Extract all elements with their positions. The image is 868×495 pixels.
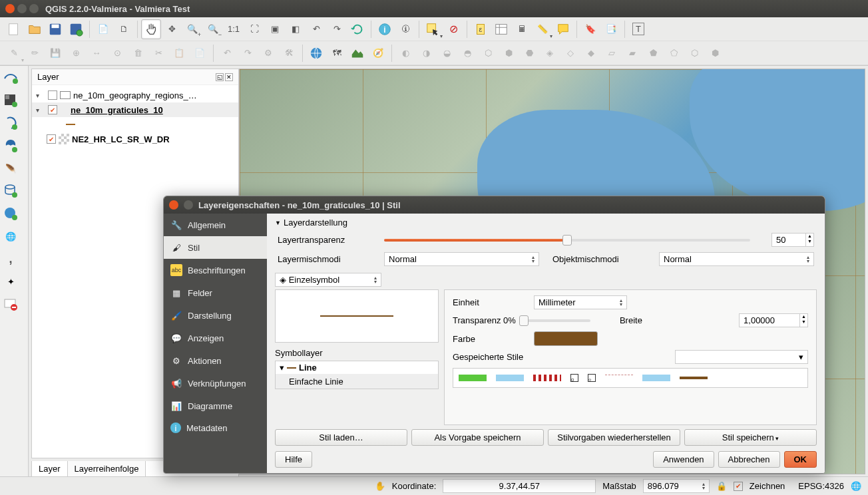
dialog-min-button[interactable] (184, 200, 193, 210)
add-wms-icon[interactable] (306, 43, 326, 63)
remove-layer-icon[interactable] (1, 295, 20, 313)
add-raster-icon[interactable] (1, 91, 20, 110)
new-project-icon[interactable] (4, 19, 24, 39)
deselect-icon[interactable]: ⊘ (443, 19, 463, 39)
bookmark-show-icon[interactable]: 📑 (601, 19, 621, 39)
tab-general[interactable]: 🔧Allgemein (164, 214, 267, 236)
symbol-layers-tree[interactable]: ▾Line Einfache Linie (275, 361, 439, 389)
zoom-layer-icon[interactable]: ◧ (286, 19, 306, 39)
tab-actions[interactable]: ⚙Aktionen (164, 349, 267, 372)
renderer-combo[interactable]: ◈ Einzelsymbol▴▾ (275, 273, 381, 287)
render-checkbox[interactable]: ✔ (734, 482, 743, 491)
add-delimited-icon[interactable]: , (1, 249, 20, 268)
zoom-selection-icon[interactable]: ▣ (265, 19, 285, 39)
zoom-native-icon[interactable]: 1:1 (224, 19, 244, 39)
load-style-button[interactable]: Stil laden… (275, 429, 407, 446)
restore-default-button[interactable]: Stilvorgaben wiederherstellen (548, 429, 680, 446)
map-tips-icon[interactable] (553, 19, 573, 39)
open-project-icon[interactable] (25, 19, 45, 39)
layer-name[interactable]: ne_10m_geography_regions_… (73, 90, 197, 100)
pan-to-selection-icon[interactable]: ✥ (162, 19, 182, 39)
field-calc-icon[interactable]: 🖩 (512, 19, 532, 39)
cancel-button[interactable]: Abbrechen (718, 451, 780, 468)
save-project-icon[interactable] (45, 19, 65, 39)
lock-scale-icon[interactable]: 🔒 (716, 481, 727, 492)
add-spatialite-icon[interactable] (1, 136, 20, 155)
zoom-out-icon[interactable]: 🔍− (203, 19, 223, 39)
color-button[interactable] (534, 331, 598, 346)
save-as-icon[interactable] (66, 19, 86, 39)
add-vector-icon[interactable] (1, 69, 20, 87)
bookmark-new-icon[interactable]: 🔖 (580, 19, 600, 39)
refresh-icon[interactable] (347, 19, 367, 39)
add-layer-icon[interactable]: 🗺 (327, 43, 347, 63)
objectblend-combo[interactable]: Normal▴▾ (659, 252, 814, 266)
tab-metadata[interactable]: iMetadaten (164, 417, 267, 438)
text-annotation-icon[interactable]: T (628, 19, 648, 39)
unit-combo[interactable]: Millimeter▴▾ (534, 295, 627, 309)
attribute-table-icon[interactable] (491, 19, 511, 39)
layer-name[interactable]: NE2_HR_LC_SR_W_DR (72, 134, 170, 144)
window-close-button[interactable] (5, 4, 15, 13)
layer-name[interactable]: ne_10m_graticules_10 (71, 105, 163, 115)
layer-expand-toggle[interactable]: ▾ (36, 106, 45, 114)
add-mssql-icon[interactable]: 🪶 (1, 159, 20, 178)
window-minimize-button[interactable] (17, 4, 27, 13)
edit-toggle-icon[interactable]: ✎▾ (4, 43, 24, 63)
add-wcs-icon[interactable]: 🌐 (1, 227, 20, 246)
tab-labels[interactable]: abcBeschriftungen (164, 259, 267, 281)
identify-cursor-icon[interactable]: 🛈 (395, 19, 415, 39)
add-postgis-icon[interactable] (1, 114, 20, 132)
panel-close-button[interactable]: ✕ (225, 73, 233, 81)
zoom-full-icon[interactable]: ⛶ (244, 19, 264, 39)
tab-display[interactable]: 💬Anzeigen (164, 327, 267, 349)
rendering-section-header[interactable]: Layerdarstellung (275, 218, 817, 228)
sym-transparency-slider[interactable] (524, 319, 590, 322)
layer-checkbox[interactable] (48, 90, 57, 100)
tab-layer-order[interactable]: Layerreihenfolge (68, 461, 146, 476)
transparency-slider[interactable] (384, 239, 750, 242)
table-icon: ▦ (170, 287, 182, 299)
identify-icon[interactable]: i (375, 19, 395, 39)
new-composer-icon[interactable]: 📄 (93, 19, 113, 39)
georef-icon[interactable]: 🧭 (368, 43, 388, 63)
panel-undock-button[interactable]: ◱ (216, 73, 224, 81)
coord-input[interactable] (443, 479, 596, 493)
dialog-close-button[interactable] (169, 200, 178, 210)
add-oracle-icon[interactable] (1, 182, 20, 200)
tab-diagrams[interactable]: 📊Diagramme (164, 395, 267, 417)
layer-checkbox[interactable] (48, 105, 57, 114)
select-icon[interactable]: ▾ (423, 19, 443, 39)
layer-expand-toggle[interactable]: ▾ (36, 92, 45, 99)
width-spinbox[interactable]: ▲▼ (739, 313, 808, 327)
window-maximize-button[interactable] (29, 4, 39, 13)
help-button[interactable]: Hilfe (275, 451, 312, 468)
add-gpx-icon[interactable]: ✦ (1, 272, 20, 291)
tab-layer[interactable]: Layer (32, 461, 68, 476)
add-wms-side-icon[interactable] (1, 204, 20, 223)
measure-icon[interactable]: 📏▾ (533, 19, 552, 39)
tab-rendering[interactable]: 🖌️Darstellung (164, 304, 267, 327)
scale-combo[interactable]: 896.079▴▾ (643, 479, 710, 493)
layerblend-combo[interactable]: Normal▴▾ (384, 252, 539, 266)
zoom-in-icon[interactable]: 🔍+ (182, 19, 202, 39)
expression-select-icon[interactable]: ε (471, 19, 491, 39)
save-style-button[interactable]: Stil speichern (684, 429, 817, 446)
style-presets[interactable]: ▫ ◦ (453, 368, 808, 388)
raster-calc-icon[interactable] (347, 43, 367, 63)
apply-button[interactable]: Anwenden (653, 451, 714, 468)
pan-tool-icon[interactable] (141, 19, 161, 39)
saved-styles-combo[interactable]: ▾ (675, 350, 808, 364)
zoom-last-icon[interactable]: ↶ (306, 19, 326, 39)
ok-button[interactable]: OK (784, 451, 817, 468)
composer-manager-icon[interactable]: 🗋 (114, 19, 134, 39)
layer-checkbox[interactable] (47, 134, 56, 144)
tab-style[interactable]: 🖌Stil (164, 236, 267, 259)
toggle-extents-icon[interactable]: ✋ (375, 481, 385, 492)
crs-button-icon[interactable]: 🌐 (851, 481, 861, 492)
save-default-button[interactable]: Als Vorgabe speichern (411, 429, 544, 446)
transparency-spinbox[interactable]: ▲▼ (771, 233, 814, 247)
zoom-next-icon[interactable]: ↷ (327, 19, 347, 39)
tab-joins[interactable]: 📢Verknüpfungen (164, 372, 267, 395)
tab-fields[interactable]: ▦Felder (164, 281, 267, 304)
